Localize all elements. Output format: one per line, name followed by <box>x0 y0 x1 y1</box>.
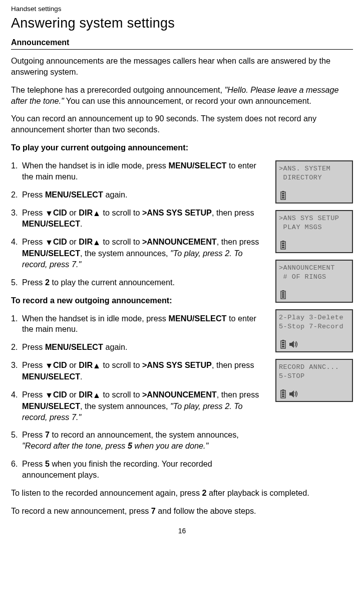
battery-icon <box>280 340 286 349</box>
svg-rect-25 <box>282 395 284 397</box>
svg-rect-12 <box>282 292 284 294</box>
play-step-2: Press MENU/SELECT again. <box>20 189 266 200</box>
svg-rect-13 <box>282 294 284 296</box>
battery-icon <box>280 389 286 398</box>
play-heading: To play your current outgoing announceme… <box>11 142 353 153</box>
record-step-3: Press ▼CID or DIR▲ to scroll to >ANS SYS… <box>20 360 266 382</box>
speaker-icon <box>289 390 299 398</box>
play-steps-list: When the handset is in idle mode, press … <box>11 160 266 288</box>
lcd-screen-2: >ANS SYS SETUP PLAY MSGS <box>275 210 353 253</box>
lcd-line: >ANS. SYSTEM <box>279 164 349 173</box>
svg-rect-17 <box>282 342 284 343</box>
outro-paragraph-1: To listen to the recorded announcement a… <box>11 488 353 499</box>
play-step-4: Press ▼CID or DIR▲ to scroll to >ANNOUNC… <box>20 237 266 270</box>
svg-rect-1 <box>282 191 284 192</box>
svg-rect-11 <box>282 290 284 291</box>
svg-rect-2 <box>282 193 284 194</box>
speaker-icon <box>289 340 299 348</box>
svg-rect-23 <box>282 391 284 393</box>
svg-rect-18 <box>282 344 284 345</box>
battery-icon <box>280 241 286 250</box>
divider <box>11 49 353 50</box>
record-steps-list: When the handset is in idle mode, press … <box>11 313 266 481</box>
svg-rect-19 <box>282 346 284 347</box>
lcd-line: 5-STOP <box>279 372 349 381</box>
play-step-5: Press 2 to play the current announcement… <box>20 277 266 288</box>
lcd-screen-1: >ANS. SYSTEM DIRECTORY <box>275 160 353 203</box>
lcd-line: DIRECTORY <box>279 173 349 182</box>
svg-rect-22 <box>282 389 284 390</box>
outro-paragraph-2: To record a new announcement, press 7 an… <box>11 506 353 517</box>
record-step-2: Press MENU/SELECT again. <box>20 342 266 353</box>
svg-rect-14 <box>282 296 284 298</box>
play-step-3: Press ▼CID or DIR▲ to scroll to >ANS SYS… <box>20 208 266 230</box>
intro-paragraph-1: Outgoing announcements are the messages … <box>11 56 353 78</box>
lcd-screen-3: >ANNOUNCEMENT # OF RINGS <box>275 260 353 303</box>
svg-rect-8 <box>282 245 284 246</box>
lcd-line: >ANS SYS SETUP <box>279 214 349 223</box>
record-step-4: Press ▼CID or DIR▲ to scroll to >ANNOUNC… <box>20 389 266 423</box>
lcd-line: PLAY MSGS <box>279 223 349 232</box>
page-header: Handset settings <box>11 5 353 13</box>
svg-rect-24 <box>282 393 284 395</box>
lcd-line: 2-Play 3-Delete <box>279 313 349 322</box>
record-step-6: Press 5 when you finish the recording. Y… <box>20 459 266 481</box>
svg-rect-9 <box>282 247 284 248</box>
announcement-heading: Announcement <box>11 38 353 47</box>
lcd-line: RECORD ANNC... <box>279 363 349 372</box>
lcd-screen-5: RECORD ANNC... 5-STOP <box>275 359 353 402</box>
svg-rect-7 <box>282 243 284 244</box>
svg-rect-4 <box>282 197 284 198</box>
battery-icon <box>280 290 286 299</box>
svg-marker-20 <box>289 341 294 348</box>
svg-marker-26 <box>289 390 294 397</box>
lcd-column: >ANS. SYSTEM DIRECTORY >ANS SYS SETUP PL… <box>275 160 353 409</box>
lcd-line: # OF RINGS <box>279 273 349 282</box>
record-heading: To record a new outgoing announcement: <box>11 295 266 306</box>
record-step-5: Press 7 to record an announcement, the s… <box>20 430 266 452</box>
intro-paragraph-3: You can record an announcement up to 90 … <box>11 113 353 135</box>
lcd-line: >ANNOUNCEMENT <box>279 264 349 273</box>
lcd-line: 5-Stop 7-Record <box>279 322 349 331</box>
svg-rect-16 <box>282 340 284 341</box>
section-title: Answering system settings <box>11 16 353 31</box>
intro-paragraph-2: The telephone has a prerecorded outgoing… <box>11 85 353 107</box>
svg-rect-3 <box>282 195 284 196</box>
battery-icon <box>280 191 286 200</box>
play-step-1: When the handset is in idle mode, press … <box>20 160 266 182</box>
page-number: 16 <box>11 527 353 535</box>
svg-rect-6 <box>282 241 284 242</box>
record-step-1: When the handset is in idle mode, press … <box>20 313 266 335</box>
lcd-screen-4: 2-Play 3-Delete 5-Stop 7-Record <box>275 309 353 352</box>
